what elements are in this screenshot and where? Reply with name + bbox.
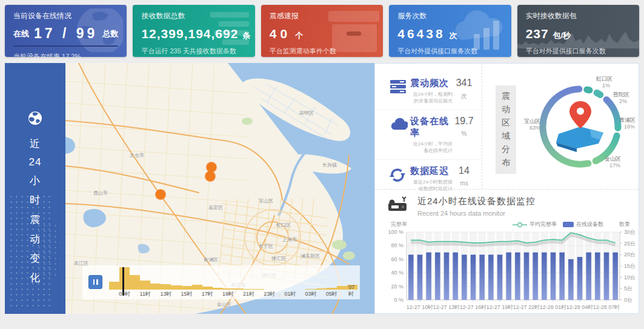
svg-text:12-28 01时: 12-28 01时 [540, 304, 567, 310]
card-title: 接收数据总数 [141, 11, 246, 21]
map-canvas[interactable]: 太仓市昆山市嘉定区宝山区崇明区长兴镇虹口区上海市长宁区徐汇区闵行区浦东新区松江区… [65, 63, 374, 314]
stat-unit: ms [453, 180, 476, 187]
monitor-bar[interactable] [577, 257, 583, 300]
monitor-bar[interactable] [533, 253, 538, 300]
card-realtime-packets[interactable]: 实时接收数据包 237包/秒 平台对外提供接口服务次数 [517, 5, 639, 57]
svg-text:12-27 16时: 12-27 16时 [460, 304, 487, 310]
monitor-bar[interactable] [444, 253, 450, 300]
donut-segment-普陀区[interactable] [597, 93, 600, 95]
timeline-hour-label: 07时 [348, 284, 356, 298]
monitor-bar[interactable] [586, 253, 591, 300]
monitor-bar[interactable] [462, 254, 467, 300]
timeline-hour-label: 03时 [305, 290, 317, 298]
line-legend-icon [513, 222, 527, 228]
stat-unit: 次 [453, 92, 476, 101]
timeline-bar [130, 275, 140, 290]
pause-button[interactable] [88, 275, 102, 289]
svg-text:12-28 04时: 12-28 04时 [566, 304, 594, 310]
svg-text:12-27 22时: 12-27 22时 [513, 304, 540, 310]
stat-title: 设备在线率 [410, 116, 453, 139]
svg-text:12-28 07时: 12-28 07时 [593, 304, 620, 310]
packet-rate-unit: 包/秒 [553, 30, 571, 41]
card-data-total[interactable]: 接收数据总数 12,399,194,692条 平台运行 235 天共接收数据条数 [133, 5, 254, 57]
monitor-bar[interactable] [515, 253, 520, 300]
timeline-bar [171, 285, 181, 290]
card-divider [13, 45, 118, 47]
sidebar-title-char: 24 [29, 156, 42, 168]
monitor-bar[interactable] [453, 253, 458, 300]
map-timeline: 09时11时13时15时17时19时21时23时01时03时05时07时 [82, 265, 360, 299]
donut-title-char: 布 [502, 158, 510, 168]
donut-segment-虹口区[interactable] [587, 90, 589, 90]
svg-text:15台: 15台 [624, 263, 636, 269]
donut-title-char: 震 [502, 91, 510, 102]
timeline-bar [202, 287, 213, 290]
monitor-bar[interactable] [568, 259, 574, 300]
card-footer: 平台监测震动事件个数 [270, 47, 374, 56]
monitor-bar[interactable] [524, 253, 529, 300]
timeline-bar [233, 288, 244, 290]
monitor-bar[interactable] [612, 253, 618, 300]
timeline-hour-label: 13时 [160, 290, 171, 298]
monitor-bar[interactable] [497, 254, 503, 300]
map-place-label: 太仓市 [130, 152, 144, 159]
monitor-bar[interactable] [408, 254, 414, 300]
legend-avg-completeness[interactable]: 平均完整率 [513, 221, 557, 228]
card-service-count[interactable]: 服务次数 46438次 平台对外提供接口服务次数 [389, 5, 511, 57]
monitor-chart-svg[interactable]: 100 %80 %60 %40 %20 %0 %30台25台20台15台10台5… [382, 228, 637, 317]
monitor-bar[interactable] [506, 253, 511, 300]
sync-icon [390, 167, 408, 185]
monitor-bar[interactable] [604, 253, 609, 300]
stat-device-online-rate: 设备在线率 近24小时，平均设备在线率统计 19.7 % [375, 110, 482, 159]
sidebar-title-char: 变 [30, 251, 41, 265]
card-footer: 平台对外提供接口服务次数 [397, 47, 502, 56]
svg-text:0 %: 0 % [394, 297, 403, 303]
card-title: 服务次数 [397, 11, 502, 21]
map-place-label: 青浦区 [204, 256, 218, 263]
monitor-bar[interactable] [559, 253, 565, 300]
stat-title: 数据延迟 [410, 165, 453, 177]
timeline-hour-label: 23时 [264, 290, 275, 298]
monitor-bar[interactable] [542, 253, 547, 300]
monitor-bar[interactable] [551, 253, 556, 300]
quake-marker[interactable] [205, 171, 216, 182]
svg-text:30台: 30台 [624, 229, 636, 235]
monitor-bar[interactable] [426, 253, 431, 300]
monitor-bar[interactable] [471, 254, 476, 300]
timeline-bar [223, 288, 233, 290]
monitor-bar[interactable] [417, 254, 423, 300]
card-title: 实时接收数据包 [526, 11, 631, 21]
server-icon [390, 79, 408, 96]
axis-right-title: 数量 [619, 221, 630, 228]
timeline-bar [119, 267, 130, 290]
monitor-bar[interactable] [488, 254, 494, 300]
timeline-bar [182, 286, 192, 290]
stat-value: 19.7 [453, 116, 476, 127]
monitor-subtitle: Recent 24 hours data monitor [417, 210, 536, 217]
sidebar-title-char: 时 [30, 193, 41, 207]
map-place-label: 嘉定区 [208, 204, 223, 211]
monitor-bar[interactable] [595, 253, 600, 300]
card-quake-report[interactable]: 震感速报 40个 平台监测震动事件个数 [261, 5, 383, 57]
svg-text:10台: 10台 [624, 274, 636, 281]
stat-subtitle: 近24小时，检测到的设备震动总频次 [410, 91, 453, 104]
donut-label-qingpu: 青浦区16% [619, 117, 636, 130]
online-count-value: 17 / 99 [29, 25, 102, 42]
monitor-bar[interactable] [479, 254, 485, 300]
timeline-hour-label: 15时 [181, 290, 193, 298]
legend-online-devices[interactable]: 在线设备数 [563, 221, 603, 228]
data-total-unit: 条 [242, 30, 250, 41]
card-device-online[interactable]: 当前设备在线情况 在线 17 / 99 总数 当前设备在线率 17.2% [5, 5, 127, 57]
packet-rate-value: 237 [526, 27, 549, 41]
monitor-bar[interactable] [435, 253, 440, 300]
donut-label-hongkou: 虹口区1% [596, 76, 612, 89]
svg-text:40 %: 40 % [391, 270, 403, 276]
timeline-bar [192, 285, 202, 290]
quake-count-value: 40 [270, 27, 291, 41]
map-place-label: 金山区 [217, 301, 231, 308]
svg-text:20 %: 20 % [391, 284, 403, 290]
sidebar-vertical-title: 近24小时震动变化 [29, 137, 42, 285]
map-place-label: 上海市 [282, 236, 297, 243]
donut-title-char: 分 [502, 144, 510, 155]
quake-marker[interactable] [156, 190, 166, 200]
